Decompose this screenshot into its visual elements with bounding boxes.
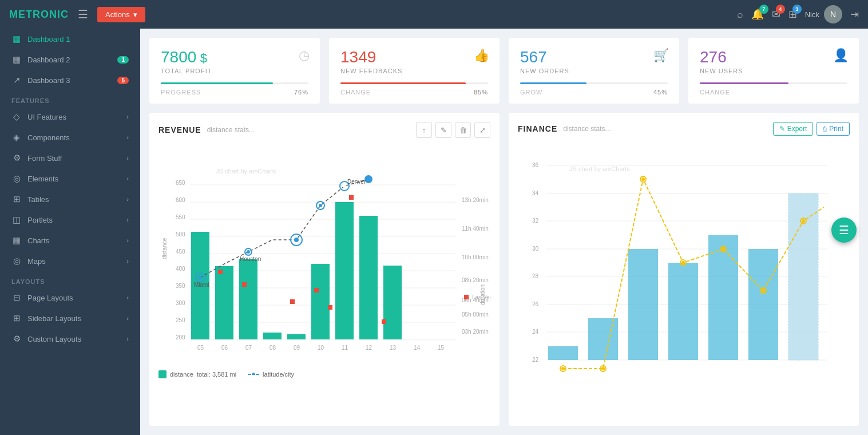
svg-text:13h 20min: 13h 20min xyxy=(462,197,489,203)
sidebar-item-dashboard1[interactable]: ▦ Dashboard 1 xyxy=(0,29,140,49)
feedbacks-progress-fill xyxy=(340,82,466,84)
sidebar-item-tables[interactable]: ⊞ Tables › xyxy=(0,189,140,209)
revenue-chart-title: REVENUE xyxy=(158,125,201,135)
svg-text:duration: duration xyxy=(479,284,486,305)
dropdown-chevron-icon: ▾ xyxy=(133,10,137,19)
notifications-icon-wrap[interactable]: 🔔 7 xyxy=(751,8,764,21)
bar-13 xyxy=(383,266,402,339)
legend-latitude: latitude/city xyxy=(248,370,294,378)
top-navbar: METRONIC ☰ Actions ▾ ⌕ 🔔 7 ✉ 4 ⊞ 3 Nick … xyxy=(0,0,868,29)
svg-text:JS chart by amCharts: JS chart by amCharts xyxy=(569,165,630,172)
svg-text:05: 05 xyxy=(197,345,204,351)
svg-text:450: 450 xyxy=(176,248,185,255)
sidebar-item-charts[interactable]: ▦ Charts › xyxy=(0,230,140,251)
sidebar-item-label: Tables xyxy=(27,195,49,204)
profit-icon: ◷ xyxy=(299,48,310,63)
revenue-chart-area: JS chart by amCharts 200 250 300 350 400… xyxy=(158,145,490,365)
legend-latitude-label: latitude/city xyxy=(263,371,294,378)
scatter-06 xyxy=(218,270,223,274)
svg-text:05h 00min: 05h 00min xyxy=(462,311,489,318)
finance-bar-4 xyxy=(668,263,698,360)
apps-icon-wrap[interactable]: ⊞ 3 xyxy=(788,8,797,21)
chevron-icon: › xyxy=(126,155,129,161)
logout-icon[interactable]: ⇥ xyxy=(850,8,859,21)
revenue-delete-button[interactable]: 🗑 xyxy=(455,122,471,138)
sidebar-item-dashboard3[interactable]: ↗ Dashboard 3 5 xyxy=(0,70,140,90)
svg-text:34: 34 xyxy=(532,190,539,196)
scatter-10b xyxy=(328,305,332,310)
finance-export-button[interactable]: ✎ Export xyxy=(773,122,814,136)
sidebar-item-components[interactable]: ◈ Components › xyxy=(0,127,140,148)
sidebar-item-page-layouts[interactable]: ⊟ Page Layouts › xyxy=(0,287,140,308)
tables-icon: ⊞ xyxy=(11,194,22,204)
chevron-icon: › xyxy=(126,175,129,182)
revenue-upload-button[interactable]: ↑ xyxy=(416,122,432,138)
feedbacks-value: 1349 xyxy=(340,48,376,66)
svg-text:Miami: Miami xyxy=(194,282,209,288)
sidebar-item-dashboard2[interactable]: ▦ Dashboard 2 1 xyxy=(0,49,140,70)
export-pencil-icon: ✎ xyxy=(779,125,785,133)
chevron-icon: › xyxy=(126,216,129,223)
sidebar-item-portlets[interactable]: ◫ Portlets › xyxy=(0,209,140,230)
feedbacks-footer-left: CHANGE xyxy=(340,89,371,96)
avatar: N xyxy=(824,5,842,23)
svg-text:250: 250 xyxy=(176,317,185,323)
sidebar-item-maps[interactable]: ◎ Maps › xyxy=(0,251,140,271)
hamburger-icon[interactable]: ☰ xyxy=(78,7,88,21)
finance-chart-area: JS chart by amCharts 22 24 26 28 30 32 3… xyxy=(518,143,850,385)
svg-text:JS chart by amCharts: JS chart by amCharts xyxy=(216,168,276,175)
orders-progress-bar xyxy=(520,82,668,84)
stat-card-users: 👤 276 NEW USERS CHANGE xyxy=(688,38,859,104)
sidebar-item-sidebar-layouts[interactable]: ⊞ Sidebar Layouts › xyxy=(0,308,140,329)
revenue-edit-button[interactable]: ✎ xyxy=(435,122,451,138)
users-progress-bar xyxy=(700,82,847,84)
svg-text:26: 26 xyxy=(532,301,539,307)
svg-text:07: 07 xyxy=(245,345,252,351)
dot-denver-inner xyxy=(343,184,346,188)
search-icon-wrap[interactable]: ⌕ xyxy=(737,9,743,21)
sidebar-item-label: Charts xyxy=(27,236,49,245)
sidebar-item-label: Dashboard 3 xyxy=(27,76,70,85)
orders-value: 567 xyxy=(520,48,547,66)
sidebar-item-custom-layouts[interactable]: ⚙ Custom Layouts › xyxy=(0,329,140,349)
svg-text:11: 11 xyxy=(342,345,348,351)
svg-text:28: 28 xyxy=(532,273,539,279)
svg-text:Houston: Houston xyxy=(240,256,261,262)
svg-text:15: 15 xyxy=(438,345,445,351)
user-menu[interactable]: Nick N xyxy=(805,5,842,23)
finance-dot-6-inner xyxy=(762,289,765,292)
svg-text:08: 08 xyxy=(269,345,276,351)
users-icon: 👤 xyxy=(833,48,849,63)
print-icon: ⎙ xyxy=(823,125,827,133)
stat-cards-row: ◷ 7800 $ TOTAL PROFIT PROGRESS 76% 👍 134… xyxy=(149,38,859,104)
chevron-icon: › xyxy=(126,196,129,203)
profit-label: TOTAL PROFIT xyxy=(161,68,308,74)
sidebar: ▦ Dashboard 1 ▦ Dashboard 2 1 ↗ Dashboar… xyxy=(0,29,140,435)
finance-bar-3 xyxy=(628,249,658,360)
finance-bar-6 xyxy=(748,249,778,360)
orders-footer-right: 45% xyxy=(653,89,668,96)
finance-print-button[interactable]: ⎙ Print xyxy=(817,122,850,136)
apps-badge: 3 xyxy=(792,5,802,14)
finance-chart-subtitle: distance stats... xyxy=(563,125,611,133)
messages-badge: 4 xyxy=(776,5,785,14)
svg-text:400: 400 xyxy=(176,266,185,272)
notifications-badge: 7 xyxy=(759,5,768,14)
fab-button[interactable]: ☰ xyxy=(831,217,857,243)
svg-text:200: 200 xyxy=(176,334,185,341)
messages-icon-wrap[interactable]: ✉ 4 xyxy=(772,8,780,21)
revenue-expand-button[interactable]: ⤢ xyxy=(474,122,490,138)
main-layout: ▦ Dashboard 1 ▦ Dashboard 2 1 ↗ Dashboar… xyxy=(0,29,868,435)
maps-icon: ◎ xyxy=(11,256,22,266)
svg-text:13: 13 xyxy=(390,345,397,351)
users-footer-left: CHANGE xyxy=(700,89,730,96)
orders-progress-fill xyxy=(520,82,586,84)
sidebar-item-form-stuff[interactable]: ⚙ Form Stuff › xyxy=(0,148,140,168)
actions-button[interactable]: Actions ▾ xyxy=(97,7,145,22)
sidebar-item-ui-features[interactable]: ◇ UI Features › xyxy=(0,106,140,127)
svg-text:22: 22 xyxy=(532,357,539,363)
profit-currency: $ xyxy=(200,51,207,65)
sidebar-item-elements[interactable]: ◎ Elements › xyxy=(0,168,140,189)
legend-distance: distance total: 3,581 mi xyxy=(158,370,236,378)
page-layouts-icon: ⊟ xyxy=(11,292,22,303)
